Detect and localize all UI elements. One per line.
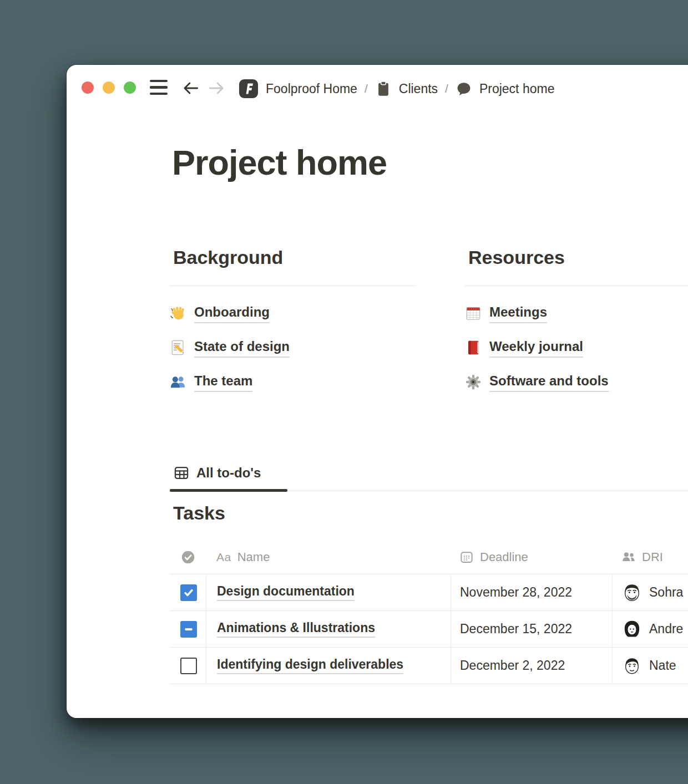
task-link[interactable]: Identifying design deliverables	[217, 657, 403, 674]
column-label: DRI	[642, 550, 663, 564]
task-checkbox-unchecked[interactable]	[180, 658, 197, 674]
breadcrumb-label: Project home	[479, 82, 555, 96]
page-link-label: Meetings	[489, 303, 547, 323]
spiral-calendar-icon	[465, 305, 482, 322]
column-label: Name	[237, 550, 270, 564]
table-header-row: Aa Name Deadline	[170, 540, 688, 574]
deadline-cell[interactable]: December 2, 2022	[451, 648, 612, 684]
memo-icon	[170, 339, 186, 356]
dri-name: Nate	[649, 658, 676, 673]
section-divider	[465, 286, 688, 286]
minimize-button[interactable]	[103, 82, 115, 94]
section-background: Background	[170, 248, 415, 395]
page-link-the-team[interactable]: The team	[170, 369, 415, 395]
deadline-value: November 28, 2022	[460, 585, 572, 600]
page-link-label: Software and tools	[489, 372, 609, 391]
deadline-value: December 15, 2022	[460, 622, 572, 637]
titlebar: Foolproof Home / Clients / Project home	[67, 77, 688, 101]
breadcrumb-label: Clients	[399, 82, 438, 96]
page-link-label: Onboarding	[194, 303, 270, 323]
sidebar-menu-icon[interactable]	[150, 80, 168, 95]
check-circle-icon	[180, 549, 196, 565]
speech-bubble-icon	[456, 80, 472, 97]
forward-arrow-icon[interactable]	[207, 79, 226, 98]
clipboard-icon	[375, 80, 392, 97]
task-link[interactable]: Design documentation	[217, 584, 355, 601]
page-link-label: Weekly journal	[489, 338, 583, 357]
app-window: Foolproof Home / Clients / Project home …	[67, 65, 688, 718]
section-heading: Resources	[468, 248, 688, 267]
check-icon	[183, 587, 194, 598]
page-link-software-and-tools[interactable]: Software and tools	[465, 369, 688, 395]
calendar-icon	[459, 550, 474, 564]
breadcrumb-item-project-home[interactable]: Project home	[456, 80, 555, 97]
table-row: Design documentation November 28, 2022 S…	[170, 574, 688, 611]
dri-cell[interactable]: Andre	[612, 611, 688, 647]
zoom-button[interactable]	[124, 82, 136, 94]
aa-text-icon: Aa	[216, 551, 231, 564]
gear-icon	[465, 374, 482, 390]
deadline-value: December 2, 2022	[460, 658, 565, 673]
section-resources: Resources Meetings	[465, 248, 688, 395]
column-header-dri[interactable]: DRI	[612, 540, 688, 574]
page-title: Project home	[172, 142, 387, 182]
back-arrow-icon[interactable]	[181, 79, 200, 98]
team-icon	[170, 374, 186, 390]
sohrab-avatar	[622, 583, 642, 603]
dri-name: Andre	[649, 622, 683, 637]
section-divider	[170, 286, 415, 286]
breadcrumb-separator: /	[445, 82, 448, 95]
waving-hand-icon	[170, 305, 186, 322]
task-link[interactable]: Animations & Illustrations	[217, 620, 375, 638]
column-label: Deadline	[480, 550, 528, 564]
section-heading: Background	[173, 248, 415, 267]
table-row: Identifying design deliverables December…	[170, 648, 688, 684]
column-header-name[interactable]: Aa Name	[206, 540, 451, 574]
minus-icon	[183, 624, 194, 635]
nate-avatar	[622, 656, 642, 676]
breadcrumb-item-foolproof-home[interactable]: Foolproof Home	[239, 79, 357, 99]
breadcrumb-label: Foolproof Home	[266, 82, 357, 96]
page-link-label: State of design	[194, 338, 290, 357]
tab-label: All to-do's	[196, 465, 261, 481]
page-link-label: The team	[194, 372, 252, 391]
breadcrumb-separator: /	[365, 82, 368, 95]
page-link-weekly-journal[interactable]: Weekly journal	[465, 335, 688, 360]
foolproof-logo-icon	[239, 79, 259, 99]
breadcrumb-item-clients[interactable]: Clients	[375, 80, 438, 97]
close-button[interactable]	[82, 82, 94, 94]
column-header-deadline[interactable]: Deadline	[451, 540, 612, 574]
page-link-onboarding[interactable]: Onboarding	[170, 301, 415, 326]
task-checkbox-checked[interactable]	[180, 584, 197, 601]
table-row: Animations & Illustrations December 15, …	[170, 611, 688, 648]
view-tabs: All to-do's	[170, 462, 688, 493]
table-view-icon	[173, 465, 190, 481]
deadline-cell[interactable]: November 28, 2022	[451, 574, 612, 610]
page-link-state-of-design[interactable]: State of design	[170, 335, 415, 360]
dri-cell[interactable]: Sohra	[612, 574, 688, 610]
deadline-cell[interactable]: December 15, 2022	[451, 611, 612, 647]
page-link-meetings[interactable]: Meetings	[465, 301, 688, 326]
dri-cell[interactable]: Nate	[612, 648, 688, 684]
breadcrumb: Foolproof Home / Clients / Project home	[239, 77, 554, 101]
column-header-done[interactable]	[170, 540, 206, 574]
tasks-table: Aa Name Deadline	[170, 540, 688, 684]
window-controls	[82, 82, 136, 94]
tasks-heading: Tasks	[173, 503, 225, 522]
people-icon	[621, 550, 636, 564]
dri-name: Sohra	[649, 585, 683, 600]
tab-all-todos[interactable]: All to-do's	[170, 462, 261, 484]
task-checkbox-indeterminate[interactable]	[180, 621, 197, 638]
andrea-avatar	[622, 619, 642, 639]
active-tab-indicator	[170, 489, 287, 492]
red-book-icon	[465, 339, 482, 356]
